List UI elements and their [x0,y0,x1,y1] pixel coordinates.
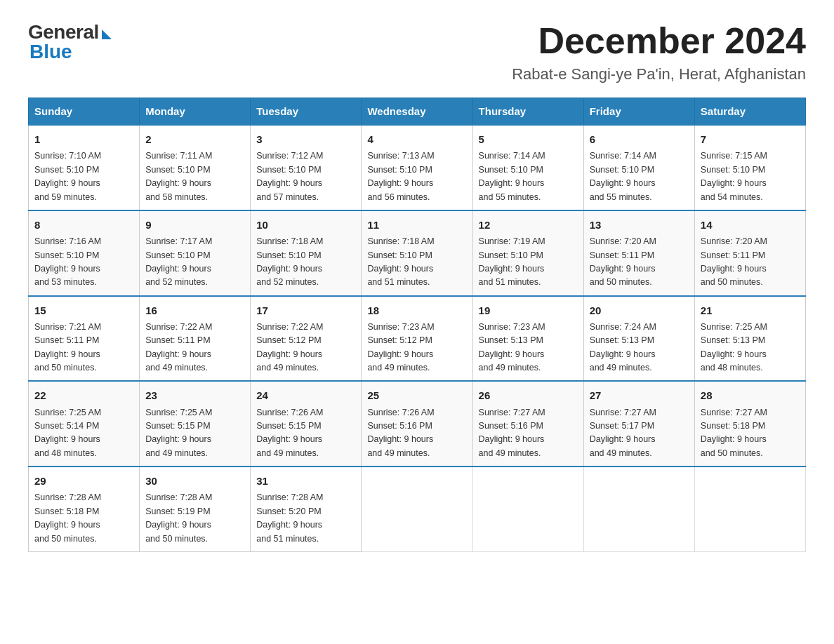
day-info: Sunrise: 7:28 AM Sunset: 5:19 PM Dayligh… [145,491,244,546]
day-cell: 15Sunrise: 7:21 AM Sunset: 5:11 PM Dayli… [29,296,140,382]
header-cell-sunday: Sunday [29,98,140,126]
location-title: Rabat-e Sangi-ye Pa'in, Herat, Afghanist… [512,65,806,83]
month-title: December 2024 [512,21,806,61]
day-cell: 1Sunrise: 7:10 AM Sunset: 5:10 PM Daylig… [29,125,140,210]
header-row: SundayMondayTuesdayWednesdayThursdayFrid… [29,98,806,126]
day-cell [472,467,583,551]
day-number: 23 [145,387,244,403]
day-info: Sunrise: 7:15 AM Sunset: 5:10 PM Dayligh… [701,149,800,204]
day-number: 29 [34,473,133,489]
title-block: December 2024 Rabat-e Sangi-ye Pa'in, He… [512,21,806,83]
day-number: 28 [701,387,800,403]
day-cell: 10Sunrise: 7:18 AM Sunset: 5:10 PM Dayli… [251,210,362,296]
day-cell: 28Sunrise: 7:27 AM Sunset: 5:18 PM Dayli… [694,381,805,467]
day-cell: 7Sunrise: 7:15 AM Sunset: 5:10 PM Daylig… [694,125,805,210]
day-info: Sunrise: 7:26 AM Sunset: 5:16 PM Dayligh… [367,406,466,461]
day-info: Sunrise: 7:11 AM Sunset: 5:10 PM Dayligh… [145,149,244,204]
day-number: 11 [367,217,466,233]
week-row-3: 15Sunrise: 7:21 AM Sunset: 5:11 PM Dayli… [29,296,806,382]
day-cell [362,467,472,551]
day-info: Sunrise: 7:25 AM Sunset: 5:15 PM Dayligh… [145,406,244,461]
day-number: 2 [145,131,244,147]
week-row-4: 22Sunrise: 7:25 AM Sunset: 5:14 PM Dayli… [29,381,806,467]
day-info: Sunrise: 7:14 AM Sunset: 5:10 PM Dayligh… [590,149,689,204]
day-info: Sunrise: 7:20 AM Sunset: 5:11 PM Dayligh… [701,235,800,290]
day-cell: 22Sunrise: 7:25 AM Sunset: 5:14 PM Dayli… [29,381,140,467]
week-row-2: 8Sunrise: 7:16 AM Sunset: 5:10 PM Daylig… [29,210,806,296]
day-number: 30 [145,473,244,489]
day-info: Sunrise: 7:24 AM Sunset: 5:13 PM Dayligh… [590,321,689,375]
day-number: 26 [479,387,578,403]
day-info: Sunrise: 7:28 AM Sunset: 5:20 PM Dayligh… [256,491,355,546]
day-number: 18 [367,302,466,318]
header-cell-wednesday: Wednesday [362,98,472,126]
calendar-table: SundayMondayTuesdayWednesdayThursdayFrid… [28,98,806,552]
logo-arrow-icon [102,29,112,39]
day-cell: 4Sunrise: 7:13 AM Sunset: 5:10 PM Daylig… [362,125,472,210]
day-cell: 3Sunrise: 7:12 AM Sunset: 5:10 PM Daylig… [251,125,362,210]
day-info: Sunrise: 7:12 AM Sunset: 5:10 PM Dayligh… [256,149,355,204]
day-number: 13 [590,217,689,233]
day-cell: 2Sunrise: 7:11 AM Sunset: 5:10 PM Daylig… [140,125,251,210]
day-cell: 29Sunrise: 7:28 AM Sunset: 5:18 PM Dayli… [29,467,140,551]
day-info: Sunrise: 7:27 AM Sunset: 5:17 PM Dayligh… [590,406,689,461]
day-info: Sunrise: 7:22 AM Sunset: 5:12 PM Dayligh… [256,321,355,375]
day-info: Sunrise: 7:27 AM Sunset: 5:16 PM Dayligh… [479,406,578,461]
day-cell: 11Sunrise: 7:18 AM Sunset: 5:10 PM Dayli… [362,210,472,296]
day-info: Sunrise: 7:20 AM Sunset: 5:11 PM Dayligh… [590,235,689,290]
day-cell: 20Sunrise: 7:24 AM Sunset: 5:13 PM Dayli… [583,296,694,382]
day-cell: 6Sunrise: 7:14 AM Sunset: 5:10 PM Daylig… [583,125,694,210]
day-number: 7 [701,131,800,147]
day-info: Sunrise: 7:23 AM Sunset: 5:13 PM Dayligh… [479,321,578,375]
day-number: 8 [34,217,133,233]
week-row-1: 1Sunrise: 7:10 AM Sunset: 5:10 PM Daylig… [29,125,806,210]
day-number: 22 [34,387,133,403]
day-info: Sunrise: 7:25 AM Sunset: 5:13 PM Dayligh… [701,321,800,375]
day-number: 31 [256,473,355,489]
day-number: 19 [479,302,578,318]
header-cell-saturday: Saturday [694,98,805,126]
day-info: Sunrise: 7:22 AM Sunset: 5:11 PM Dayligh… [145,321,244,375]
day-cell: 30Sunrise: 7:28 AM Sunset: 5:19 PM Dayli… [140,467,251,551]
day-info: Sunrise: 7:19 AM Sunset: 5:10 PM Dayligh… [479,235,578,290]
day-number: 14 [701,217,800,233]
day-number: 3 [256,131,355,147]
day-cell: 19Sunrise: 7:23 AM Sunset: 5:13 PM Dayli… [472,296,583,382]
day-info: Sunrise: 7:27 AM Sunset: 5:18 PM Dayligh… [701,406,800,461]
day-info: Sunrise: 7:28 AM Sunset: 5:18 PM Dayligh… [34,491,133,546]
day-cell: 8Sunrise: 7:16 AM Sunset: 5:10 PM Daylig… [29,210,140,296]
day-info: Sunrise: 7:23 AM Sunset: 5:12 PM Dayligh… [367,321,466,375]
day-number: 16 [145,302,244,318]
day-number: 4 [367,131,466,147]
day-cell: 17Sunrise: 7:22 AM Sunset: 5:12 PM Dayli… [251,296,362,382]
day-cell: 21Sunrise: 7:25 AM Sunset: 5:13 PM Dayli… [694,296,805,382]
day-info: Sunrise: 7:16 AM Sunset: 5:10 PM Dayligh… [34,235,133,290]
day-info: Sunrise: 7:18 AM Sunset: 5:10 PM Dayligh… [367,235,466,290]
day-number: 6 [590,131,689,147]
day-number: 20 [590,302,689,318]
day-number: 25 [367,387,466,403]
header-cell-friday: Friday [583,98,694,126]
day-cell: 18Sunrise: 7:23 AM Sunset: 5:12 PM Dayli… [362,296,472,382]
day-info: Sunrise: 7:17 AM Sunset: 5:10 PM Dayligh… [145,235,244,290]
header-cell-tuesday: Tuesday [251,98,362,126]
day-number: 15 [34,302,133,318]
day-info: Sunrise: 7:14 AM Sunset: 5:10 PM Dayligh… [479,149,578,204]
page-header: General Blue December 2024 Rabat-e Sangi… [28,21,806,83]
header-cell-thursday: Thursday [472,98,583,126]
day-info: Sunrise: 7:18 AM Sunset: 5:10 PM Dayligh… [256,235,355,290]
day-cell: 23Sunrise: 7:25 AM Sunset: 5:15 PM Dayli… [140,381,251,467]
day-number: 21 [701,302,800,318]
week-row-5: 29Sunrise: 7:28 AM Sunset: 5:18 PM Dayli… [29,467,806,551]
day-cell: 27Sunrise: 7:27 AM Sunset: 5:17 PM Dayli… [583,381,694,467]
day-cell: 25Sunrise: 7:26 AM Sunset: 5:16 PM Dayli… [362,381,472,467]
day-number: 27 [590,387,689,403]
day-cell: 26Sunrise: 7:27 AM Sunset: 5:16 PM Dayli… [472,381,583,467]
day-cell: 31Sunrise: 7:28 AM Sunset: 5:20 PM Dayli… [251,467,362,551]
day-info: Sunrise: 7:21 AM Sunset: 5:11 PM Dayligh… [34,321,133,375]
day-cell: 12Sunrise: 7:19 AM Sunset: 5:10 PM Dayli… [472,210,583,296]
day-cell: 24Sunrise: 7:26 AM Sunset: 5:15 PM Dayli… [251,381,362,467]
logo: General Blue [28,21,112,63]
day-number: 10 [256,217,355,233]
day-number: 9 [145,217,244,233]
